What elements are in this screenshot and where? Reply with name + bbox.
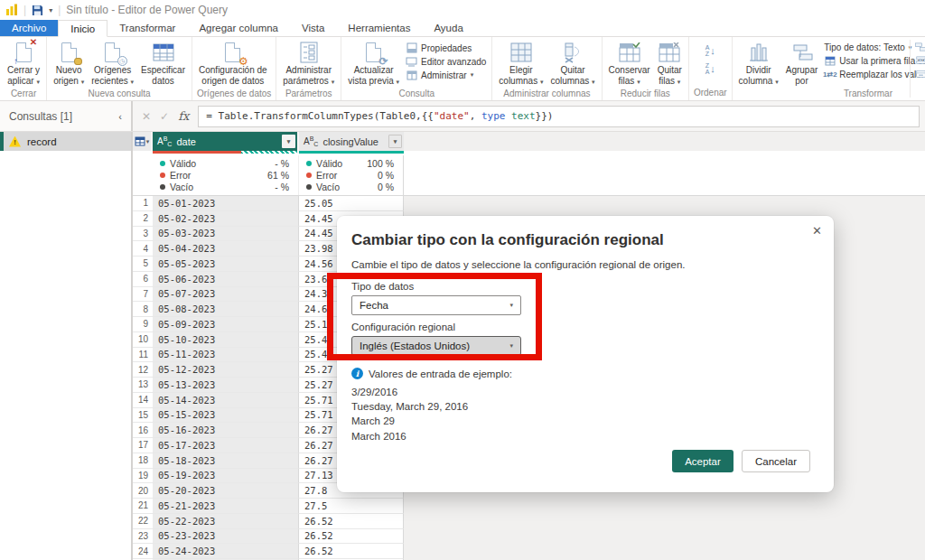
row-number[interactable]: 21 [133,499,153,514]
row-number[interactable]: 8 [133,302,153,317]
formula-cancel-icon[interactable]: ✕ [142,110,151,123]
table-row[interactable]: 105-01-202325.05 [133,196,404,211]
column-header-date[interactable]: ABC date ▾ [153,132,299,151]
sort-descending-button[interactable]: ZA ↓ [703,61,718,77]
locale-select[interactable]: Inglés (Estados Unidos) ▾ [351,336,521,356]
row-number[interactable]: 5 [133,257,153,272]
cell-date[interactable]: 05-03-2023 [153,227,299,242]
row-number[interactable]: 11 [133,348,153,363]
tab-agregar-columna[interactable]: Agregar columna [187,20,290,36]
data-type-select[interactable]: Fecha ▾ [351,295,521,315]
tab-archivo[interactable]: Archivo [0,20,58,36]
merge-queries-icon[interactable] [915,42,925,52]
column-filter-caret-icon[interactable]: ▾ [282,135,295,148]
enter-data-button[interactable]: Especificar datos [137,39,189,88]
query-list-item-record[interactable]: ! record [0,132,131,151]
remove-columns-button[interactable]: Quitar columnas ▾ [547,39,598,88]
collapse-pane-icon[interactable]: ‹ [118,111,122,122]
cell-date[interactable]: 05-10-2023 [153,332,299,348]
formula-commit-icon[interactable]: ✓ [160,110,169,123]
cell-date[interactable]: 05-20-2023 [153,483,299,499]
group-by-button[interactable]: Agrupar por [782,39,822,88]
cell-date[interactable]: 05-17-2023 [153,438,299,453]
row-number[interactable]: 18 [133,453,153,469]
cell-closingValue[interactable]: 27.5 [299,499,404,514]
cell-date[interactable]: 05-02-2023 [153,211,299,227]
row-number[interactable]: 4 [133,241,153,257]
keep-rows-button[interactable]: Conservar filas ▾ [605,39,654,88]
quick-access-caret-icon[interactable]: ▾ [49,6,52,14]
formula-input[interactable]: = Table.TransformColumnTypes(Table0,{{"d… [198,106,920,127]
row-number[interactable]: 2 [133,211,153,227]
cell-date[interactable]: 05-18-2023 [153,453,299,469]
properties-button[interactable]: Propiedades [403,42,489,54]
manage-query-button[interactable]: Administrar ▾ [403,69,489,81]
row-number[interactable]: 6 [133,272,153,287]
column-filter-caret-icon[interactable]: ▾ [388,135,402,148]
cell-date[interactable]: 05-05-2023 [153,257,299,272]
cell-date[interactable]: 05-11-2023 [153,348,299,363]
refresh-preview-button[interactable]: ⟳ Actualizar vista previa ▾ [344,39,403,88]
cell-date[interactable]: 05-19-2023 [153,469,299,484]
row-number[interactable]: 23 [133,529,153,545]
row-number[interactable]: 3 [133,227,153,242]
table-row[interactable]: 2405-24-202326.52 [133,544,404,559]
recent-sources-button[interactable]: ◷ Orígenes recientes ▾ [88,39,137,88]
accept-button[interactable]: Aceptar [672,450,733,472]
row-number[interactable]: 20 [133,483,153,499]
new-source-button[interactable]: Nuevo origen ▾ [50,39,88,88]
cell-date[interactable]: 05-23-2023 [153,529,299,545]
row-number[interactable]: 17 [133,438,153,453]
cell-date[interactable]: 05-16-2023 [153,423,299,438]
sort-ascending-button[interactable]: AZ ↓ [703,42,718,59]
cell-closingValue[interactable]: 25.05 [299,196,404,211]
select-all-corner-button[interactable]: ▾ [133,132,153,151]
table-row[interactable]: 2105-21-202327.5 [133,499,404,514]
cell-date[interactable]: 05-21-2023 [153,499,299,514]
row-number[interactable]: 15 [133,408,153,424]
row-number[interactable]: 22 [133,514,153,529]
row-number[interactable]: 14 [133,393,153,408]
row-number[interactable]: 1 [133,196,153,211]
cell-date[interactable]: 05-07-2023 [153,287,299,303]
table-row[interactable]: 2205-22-202326.52 [133,514,404,529]
cell-closingValue[interactable]: 26.52 [299,544,404,559]
remove-rows-button[interactable]: Quitar filas ▾ [654,39,686,88]
row-number[interactable]: 16 [133,423,153,438]
tab-ayuda[interactable]: Ayuda [422,20,474,36]
cell-date[interactable]: 05-13-2023 [153,378,299,393]
tab-inicio[interactable]: Inicio [58,20,107,37]
append-queries-icon[interactable] [915,55,925,66]
row-number[interactable]: 12 [133,362,153,378]
cancel-button[interactable]: Cancelar [742,450,810,472]
table-row[interactable]: 2305-23-202326.52 [133,529,404,545]
cell-closingValue[interactable]: 26.52 [299,529,404,545]
tab-herramientas[interactable]: Herramientas [336,20,422,36]
cell-date[interactable]: 05-22-2023 [153,514,299,529]
split-column-button[interactable]: Dividir columna ▾ [735,39,782,88]
cell-date[interactable]: 05-01-2023 [153,196,299,211]
choose-columns-button[interactable]: Elegir columnas ▾ [495,39,547,88]
cell-date[interactable]: 05-04-2023 [153,241,299,257]
row-number[interactable]: 10 [133,332,153,348]
manage-parameters-button[interactable]: Administrar parámetros ▾ [279,39,338,88]
cell-date[interactable]: 05-24-2023 [153,544,299,559]
cell-date[interactable]: 05-09-2023 [153,317,299,332]
close-and-apply-button[interactable]: ✕ ↑ Cerrar y aplicar ▾ [4,39,43,88]
row-number[interactable]: 13 [133,378,153,393]
column-header-closingValue[interactable]: ABC closingValue ▾ [299,132,404,151]
row-number[interactable]: 9 [133,317,153,332]
cell-date[interactable]: 05-08-2023 [153,302,299,317]
cell-date[interactable]: 05-14-2023 [153,393,299,408]
cell-closingValue[interactable]: 26.52 [299,514,404,529]
tab-transformar[interactable]: Transformar [107,20,187,36]
combine-files-icon[interactable] [915,69,925,79]
tab-vista[interactable]: Vista [290,20,336,36]
advanced-editor-button[interactable]: Editor avanzado [403,55,489,68]
row-number[interactable]: 24 [133,544,153,559]
cell-date[interactable]: 05-06-2023 [153,272,299,287]
cell-date[interactable]: 05-15-2023 [153,408,299,424]
cell-date[interactable]: 05-12-2023 [153,362,299,378]
data-source-settings-button[interactable]: ⚙ Configuración de origen de datos [195,39,271,88]
row-number[interactable]: 19 [133,469,153,484]
